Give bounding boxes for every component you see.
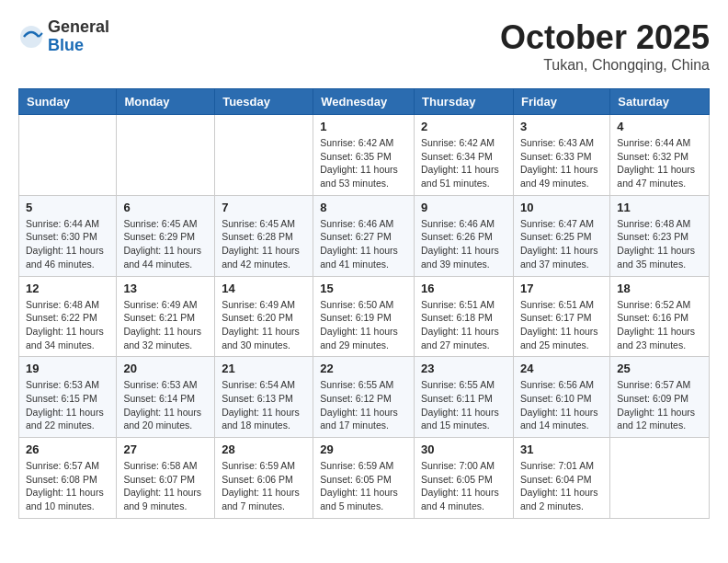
day-info: Sunrise: 6:58 AM Sunset: 6:07 PM Dayligh… [123, 459, 208, 513]
calendar-cell: 28Sunrise: 6:59 AM Sunset: 6:06 PM Dayli… [215, 438, 313, 519]
calendar-cell: 8Sunrise: 6:46 AM Sunset: 6:27 PM Daylig… [313, 195, 415, 276]
calendar-cell [117, 115, 215, 196]
logo-blue-text: Blue [48, 37, 109, 55]
calendar-cell: 16Sunrise: 6:51 AM Sunset: 6:18 PM Dayli… [415, 276, 514, 357]
calendar-cell: 5Sunrise: 6:44 AM Sunset: 6:30 PM Daylig… [19, 195, 117, 276]
calendar-cell: 24Sunrise: 6:56 AM Sunset: 6:10 PM Dayli… [513, 357, 609, 438]
calendar-week-4: 19Sunrise: 6:53 AM Sunset: 6:15 PM Dayli… [19, 357, 710, 438]
calendar-cell: 10Sunrise: 6:47 AM Sunset: 6:25 PM Dayli… [513, 195, 609, 276]
calendar-cell: 1Sunrise: 6:42 AM Sunset: 6:35 PM Daylig… [313, 115, 415, 196]
day-info: Sunrise: 6:52 AM Sunset: 6:16 PM Dayligh… [617, 298, 702, 352]
day-number: 17 [520, 282, 603, 295]
calendar-cell: 30Sunrise: 7:00 AM Sunset: 6:05 PM Dayli… [415, 438, 514, 519]
day-number: 29 [320, 442, 407, 456]
calendar-table: SundayMondayTuesdayWednesdayThursdayFrid… [18, 88, 710, 519]
calendar-cell: 17Sunrise: 6:51 AM Sunset: 6:17 PM Dayli… [513, 276, 609, 357]
weekday-header-row: SundayMondayTuesdayWednesdayThursdayFrid… [19, 89, 710, 115]
day-number: 24 [520, 362, 603, 375]
calendar-week-2: 5Sunrise: 6:44 AM Sunset: 6:30 PM Daylig… [19, 195, 710, 276]
calendar-cell: 13Sunrise: 6:49 AM Sunset: 6:21 PM Dayli… [117, 276, 215, 357]
weekday-header-saturday: Saturday [610, 89, 710, 115]
day-info: Sunrise: 6:46 AM Sunset: 6:27 PM Dayligh… [320, 217, 407, 271]
day-number: 12 [26, 282, 109, 295]
calendar-cell: 18Sunrise: 6:52 AM Sunset: 6:16 PM Dayli… [610, 276, 710, 357]
day-info: Sunrise: 6:55 AM Sunset: 6:12 PM Dayligh… [320, 378, 407, 432]
day-number: 23 [421, 362, 506, 375]
calendar-cell: 11Sunrise: 6:48 AM Sunset: 6:23 PM Dayli… [610, 195, 710, 276]
day-number: 25 [617, 362, 702, 375]
calendar-cell: 12Sunrise: 6:48 AM Sunset: 6:22 PM Dayli… [19, 276, 117, 357]
calendar-cell: 4Sunrise: 6:44 AM Sunset: 6:32 PM Daylig… [610, 115, 710, 196]
page-header: General Blue October 2025 Tukan, Chongqi… [18, 18, 710, 74]
calendar-cell: 15Sunrise: 6:50 AM Sunset: 6:19 PM Dayli… [313, 276, 415, 357]
day-info: Sunrise: 6:47 AM Sunset: 6:25 PM Dayligh… [520, 217, 603, 271]
day-info: Sunrise: 6:55 AM Sunset: 6:11 PM Dayligh… [421, 378, 506, 432]
day-info: Sunrise: 6:51 AM Sunset: 6:17 PM Dayligh… [520, 298, 603, 352]
day-info: Sunrise: 6:54 AM Sunset: 6:13 PM Dayligh… [222, 378, 306, 432]
day-info: Sunrise: 6:48 AM Sunset: 6:22 PM Dayligh… [26, 298, 109, 352]
weekday-header-friday: Friday [513, 89, 609, 115]
day-info: Sunrise: 6:56 AM Sunset: 6:10 PM Dayligh… [520, 378, 603, 432]
day-number: 18 [617, 282, 702, 295]
day-info: Sunrise: 6:49 AM Sunset: 6:21 PM Dayligh… [123, 298, 208, 352]
day-info: Sunrise: 6:42 AM Sunset: 6:35 PM Dayligh… [320, 136, 407, 190]
day-info: Sunrise: 6:49 AM Sunset: 6:20 PM Dayligh… [222, 298, 306, 352]
day-info: Sunrise: 6:45 AM Sunset: 6:28 PM Dayligh… [222, 217, 306, 271]
day-info: Sunrise: 6:48 AM Sunset: 6:23 PM Dayligh… [617, 217, 702, 271]
calendar-cell: 6Sunrise: 6:45 AM Sunset: 6:29 PM Daylig… [117, 195, 215, 276]
day-number: 19 [26, 362, 109, 375]
calendar-cell [215, 115, 313, 196]
calendar-cell: 29Sunrise: 6:59 AM Sunset: 6:05 PM Dayli… [313, 438, 415, 519]
weekday-header-monday: Monday [117, 89, 215, 115]
day-info: Sunrise: 6:57 AM Sunset: 6:09 PM Dayligh… [617, 378, 702, 432]
calendar-cell: 9Sunrise: 6:46 AM Sunset: 6:26 PM Daylig… [415, 195, 514, 276]
logo-general-text: General [48, 18, 109, 37]
day-info: Sunrise: 6:46 AM Sunset: 6:26 PM Dayligh… [421, 217, 506, 271]
day-info: Sunrise: 6:43 AM Sunset: 6:33 PM Dayligh… [520, 136, 603, 190]
weekday-header-thursday: Thursday [415, 89, 514, 115]
weekday-header-tuesday: Tuesday [215, 89, 313, 115]
day-number: 8 [320, 201, 407, 214]
day-info: Sunrise: 6:50 AM Sunset: 6:19 PM Dayligh… [320, 298, 407, 352]
day-number: 3 [520, 120, 603, 133]
day-info: Sunrise: 6:42 AM Sunset: 6:34 PM Dayligh… [421, 136, 506, 190]
day-number: 20 [123, 362, 208, 375]
day-number: 16 [421, 282, 506, 295]
day-number: 15 [320, 282, 407, 295]
day-info: Sunrise: 6:44 AM Sunset: 6:30 PM Dayligh… [26, 217, 109, 271]
logo: General Blue [18, 18, 109, 55]
day-number: 6 [123, 201, 208, 214]
day-number: 4 [617, 120, 702, 133]
calendar-cell [19, 115, 117, 196]
logo-icon [18, 24, 44, 50]
calendar-cell: 19Sunrise: 6:53 AM Sunset: 6:15 PM Dayli… [19, 357, 117, 438]
day-number: 13 [123, 282, 208, 295]
calendar-cell: 3Sunrise: 6:43 AM Sunset: 6:33 PM Daylig… [513, 115, 609, 196]
calendar-cell: 2Sunrise: 6:42 AM Sunset: 6:34 PM Daylig… [415, 115, 514, 196]
calendar-cell: 25Sunrise: 6:57 AM Sunset: 6:09 PM Dayli… [610, 357, 710, 438]
day-number: 28 [222, 442, 306, 456]
calendar-cell [610, 438, 710, 519]
day-number: 22 [320, 362, 407, 375]
day-number: 27 [123, 442, 208, 456]
day-number: 26 [26, 442, 109, 456]
calendar-cell: 31Sunrise: 7:01 AM Sunset: 6:04 PM Dayli… [513, 438, 609, 519]
day-number: 2 [421, 120, 506, 133]
calendar-cell: 23Sunrise: 6:55 AM Sunset: 6:11 PM Dayli… [415, 357, 514, 438]
weekday-header-sunday: Sunday [19, 89, 117, 115]
calendar-cell: 21Sunrise: 6:54 AM Sunset: 6:13 PM Dayli… [215, 357, 313, 438]
calendar-cell: 22Sunrise: 6:55 AM Sunset: 6:12 PM Dayli… [313, 357, 415, 438]
calendar-cell: 27Sunrise: 6:58 AM Sunset: 6:07 PM Dayli… [117, 438, 215, 519]
day-info: Sunrise: 6:57 AM Sunset: 6:08 PM Dayligh… [26, 459, 109, 513]
day-number: 9 [421, 201, 506, 214]
calendar-week-5: 26Sunrise: 6:57 AM Sunset: 6:08 PM Dayli… [19, 438, 710, 519]
day-number: 5 [26, 201, 109, 214]
calendar-cell: 26Sunrise: 6:57 AM Sunset: 6:08 PM Dayli… [19, 438, 117, 519]
day-info: Sunrise: 6:53 AM Sunset: 6:15 PM Dayligh… [26, 378, 109, 432]
day-number: 11 [617, 201, 702, 214]
day-info: Sunrise: 6:44 AM Sunset: 6:32 PM Dayligh… [617, 136, 702, 190]
day-number: 14 [222, 282, 306, 295]
month-title: October 2025 [500, 18, 710, 57]
location-text: Tukan, Chongqing, China [500, 57, 710, 74]
day-info: Sunrise: 6:51 AM Sunset: 6:18 PM Dayligh… [421, 298, 506, 352]
